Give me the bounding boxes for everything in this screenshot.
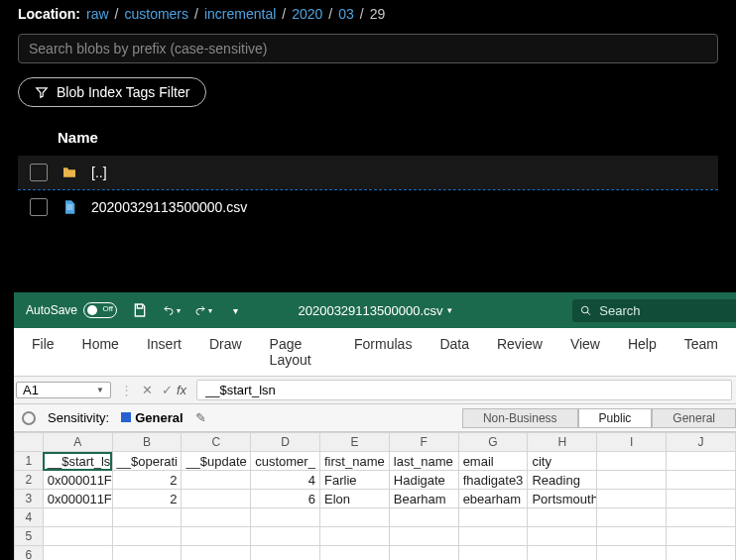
col-I[interactable]: I — [597, 433, 667, 452]
cell[interactable] — [320, 508, 390, 527]
row-header[interactable]: 4 — [15, 508, 44, 527]
grid-row[interactable]: 5 — [15, 527, 736, 546]
redo-icon[interactable]: ▾ — [194, 301, 212, 319]
grid-row[interactable]: 3 0x000011F 2 6 Elon Bearham ebearham Po… — [15, 490, 736, 508]
select-all[interactable] — [15, 433, 44, 452]
cell[interactable] — [182, 546, 251, 561]
cell[interactable]: first_name — [320, 452, 390, 471]
cell[interactable] — [251, 546, 320, 561]
name-box[interactable]: A1▼ — [16, 382, 111, 398]
cell[interactable] — [597, 490, 667, 508]
formula-input[interactable] — [196, 380, 732, 400]
cell[interactable] — [43, 508, 112, 527]
cell[interactable]: 0x000011F — [43, 490, 112, 508]
crumb-2020[interactable]: 2020 — [292, 6, 322, 22]
cell[interactable]: __$update — [182, 452, 251, 471]
cell[interactable] — [43, 527, 112, 546]
spreadsheet-grid[interactable]: A B C D E F G H I J 1 __$start_lsn __$op… — [14, 432, 736, 560]
cell[interactable] — [389, 508, 458, 527]
cell[interactable]: 2 — [112, 490, 182, 508]
cell[interactable] — [667, 471, 736, 490]
cell[interactable] — [528, 527, 597, 546]
col-G[interactable]: G — [458, 433, 528, 452]
cell[interactable] — [597, 527, 667, 546]
column-header-name[interactable]: Name — [18, 129, 718, 156]
row-header[interactable]: 2 — [15, 471, 44, 490]
tab-data[interactable]: Data — [439, 336, 469, 368]
cell[interactable]: __$operati — [112, 452, 182, 471]
col-E[interactable]: E — [320, 433, 390, 452]
grid-row[interactable]: 1 __$start_lsn __$operati __$update cust… — [15, 452, 736, 471]
cell[interactable] — [458, 546, 528, 561]
blob-search-input[interactable] — [18, 34, 718, 63]
cell[interactable] — [389, 527, 458, 546]
cell[interactable]: last_name — [389, 452, 458, 471]
tab-view[interactable]: View — [570, 336, 600, 368]
column-headers[interactable]: A B C D E F G H I J — [15, 433, 736, 452]
save-icon[interactable] — [131, 301, 149, 319]
blob-row-up[interactable]: [..] — [18, 156, 718, 189]
fx-icon[interactable]: fx — [177, 383, 196, 397]
cell[interactable]: 0x000011F — [43, 471, 112, 490]
cell[interactable] — [182, 490, 251, 508]
cell[interactable] — [43, 546, 112, 561]
cell[interactable]: Elon — [320, 490, 390, 508]
col-B[interactable]: B — [112, 433, 182, 452]
tab-insert[interactable]: Insert — [147, 336, 182, 368]
cell[interactable] — [667, 452, 736, 471]
sens-general[interactable]: General — [652, 408, 736, 428]
col-C[interactable]: C — [182, 433, 251, 452]
autosave-toggle[interactable]: AutoSave Off — [26, 302, 117, 318]
cell[interactable]: ebearham — [458, 490, 528, 508]
cell[interactable]: email — [458, 452, 528, 471]
tab-help[interactable]: Help — [628, 336, 657, 368]
cell[interactable]: 6 — [251, 490, 320, 508]
enter-icon[interactable]: ✓ — [157, 383, 177, 397]
row-header[interactable]: 3 — [15, 490, 44, 508]
cell[interactable] — [597, 452, 667, 471]
blob-row-file[interactable]: 20200329113500000.csv — [18, 190, 718, 224]
row-checkbox[interactable] — [30, 164, 48, 181]
crumb-raw[interactable]: raw — [86, 6, 109, 22]
cell[interactable] — [182, 508, 251, 527]
cell[interactable] — [597, 546, 667, 561]
cell[interactable] — [597, 508, 667, 527]
cell[interactable]: Portsmouth — [528, 490, 597, 508]
excel-search-input[interactable] — [599, 303, 728, 318]
tab-file[interactable]: File — [32, 336, 55, 368]
tab-formulas[interactable]: Formulas — [354, 336, 412, 368]
cell[interactable] — [389, 546, 458, 561]
cell[interactable] — [251, 527, 320, 546]
tab-review[interactable]: Review — [497, 336, 543, 368]
cell[interactable] — [112, 546, 182, 561]
crumb-03[interactable]: 03 — [338, 6, 354, 22]
cell[interactable] — [251, 508, 320, 527]
crumb-incremental[interactable]: incremental — [204, 6, 276, 22]
cell[interactable] — [458, 508, 528, 527]
row-header[interactable]: 6 — [15, 546, 44, 561]
grid-row[interactable]: 6 — [15, 546, 736, 561]
col-F[interactable]: F — [389, 433, 458, 452]
tab-draw[interactable]: Draw — [209, 336, 242, 368]
cell[interactable]: 4 — [251, 471, 320, 490]
tab-page-layout[interactable]: Page Layout — [270, 336, 326, 368]
grid-row[interactable]: 2 0x000011F 2 4 Farlie Hadigate fhadigat… — [15, 471, 736, 490]
cell[interactable]: Hadigate — [389, 471, 458, 490]
col-H[interactable]: H — [528, 433, 597, 452]
cell[interactable] — [320, 527, 390, 546]
cell[interactable]: city — [528, 452, 597, 471]
cell[interactable] — [182, 527, 251, 546]
cell[interactable]: fhadigate3 — [458, 471, 528, 490]
cancel-icon[interactable]: ✕ — [137, 383, 157, 397]
cell[interactable] — [597, 471, 667, 490]
excel-search[interactable] — [572, 299, 736, 322]
cell[interactable] — [667, 527, 736, 546]
cell[interactable]: Reading — [528, 471, 597, 490]
cell[interactable]: customer_ — [251, 452, 320, 471]
sens-public[interactable]: Public — [578, 408, 653, 428]
tab-team[interactable]: Team — [684, 336, 718, 368]
undo-icon[interactable]: ▾ — [163, 301, 181, 319]
col-D[interactable]: D — [251, 433, 320, 452]
cell[interactable]: Bearham — [389, 490, 458, 508]
crumb-customers[interactable]: customers — [124, 6, 188, 22]
